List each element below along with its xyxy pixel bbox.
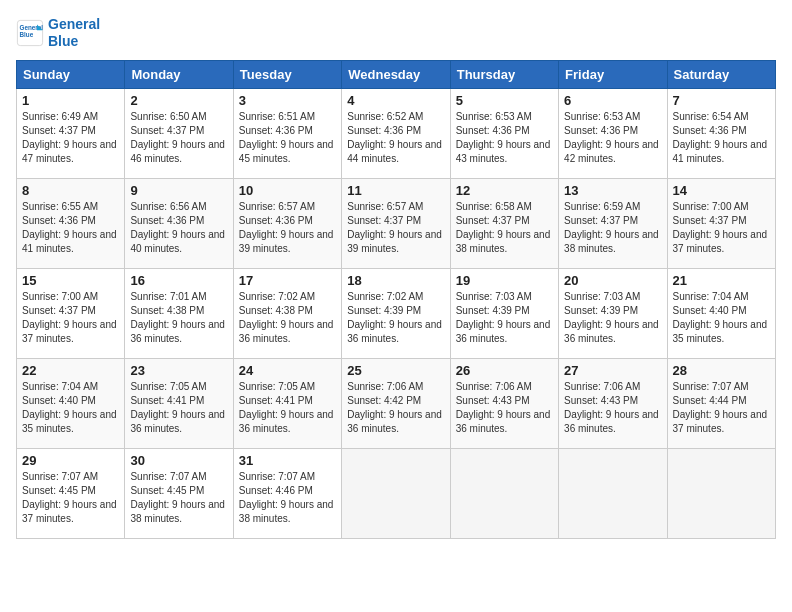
- day-info: Sunrise: 6:51 AM Sunset: 4:36 PM Dayligh…: [239, 110, 336, 166]
- day-number: 29: [22, 453, 119, 468]
- day-info: Sunrise: 7:02 AM Sunset: 4:39 PM Dayligh…: [347, 290, 444, 346]
- calendar-cell: 17 Sunrise: 7:02 AM Sunset: 4:38 PM Dayl…: [233, 268, 341, 358]
- day-number: 12: [456, 183, 553, 198]
- day-info: Sunrise: 6:58 AM Sunset: 4:37 PM Dayligh…: [456, 200, 553, 256]
- day-number: 14: [673, 183, 770, 198]
- day-number: 3: [239, 93, 336, 108]
- day-number: 31: [239, 453, 336, 468]
- calendar-cell: 19 Sunrise: 7:03 AM Sunset: 4:39 PM Dayl…: [450, 268, 558, 358]
- day-info: Sunrise: 6:56 AM Sunset: 4:36 PM Dayligh…: [130, 200, 227, 256]
- day-number: 20: [564, 273, 661, 288]
- day-number: 17: [239, 273, 336, 288]
- calendar-cell: 8 Sunrise: 6:55 AM Sunset: 4:36 PM Dayli…: [17, 178, 125, 268]
- day-number: 26: [456, 363, 553, 378]
- day-number: 30: [130, 453, 227, 468]
- day-info: Sunrise: 7:04 AM Sunset: 4:40 PM Dayligh…: [673, 290, 770, 346]
- calendar-cell: 18 Sunrise: 7:02 AM Sunset: 4:39 PM Dayl…: [342, 268, 450, 358]
- day-info: Sunrise: 7:04 AM Sunset: 4:40 PM Dayligh…: [22, 380, 119, 436]
- calendar-cell: 6 Sunrise: 6:53 AM Sunset: 4:36 PM Dayli…: [559, 88, 667, 178]
- day-number: 25: [347, 363, 444, 378]
- calendar-cell: 31 Sunrise: 7:07 AM Sunset: 4:46 PM Dayl…: [233, 448, 341, 538]
- day-number: 7: [673, 93, 770, 108]
- day-info: Sunrise: 7:07 AM Sunset: 4:44 PM Dayligh…: [673, 380, 770, 436]
- day-info: Sunrise: 7:00 AM Sunset: 4:37 PM Dayligh…: [673, 200, 770, 256]
- calendar-cell: 22 Sunrise: 7:04 AM Sunset: 4:40 PM Dayl…: [17, 358, 125, 448]
- day-number: 22: [22, 363, 119, 378]
- day-info: Sunrise: 7:05 AM Sunset: 4:41 PM Dayligh…: [239, 380, 336, 436]
- calendar-row: 29 Sunrise: 7:07 AM Sunset: 4:45 PM Dayl…: [17, 448, 776, 538]
- day-number: 18: [347, 273, 444, 288]
- calendar-cell: 13 Sunrise: 6:59 AM Sunset: 4:37 PM Dayl…: [559, 178, 667, 268]
- calendar-row: 1 Sunrise: 6:49 AM Sunset: 4:37 PM Dayli…: [17, 88, 776, 178]
- logo-text: General Blue: [48, 16, 100, 50]
- calendar-header-cell: Sunday: [17, 60, 125, 88]
- day-info: Sunrise: 7:06 AM Sunset: 4:42 PM Dayligh…: [347, 380, 444, 436]
- day-info: Sunrise: 7:00 AM Sunset: 4:37 PM Dayligh…: [22, 290, 119, 346]
- calendar-row: 15 Sunrise: 7:00 AM Sunset: 4:37 PM Dayl…: [17, 268, 776, 358]
- calendar-cell: 11 Sunrise: 6:57 AM Sunset: 4:37 PM Dayl…: [342, 178, 450, 268]
- day-info: Sunrise: 7:07 AM Sunset: 4:46 PM Dayligh…: [239, 470, 336, 526]
- calendar-row: 22 Sunrise: 7:04 AM Sunset: 4:40 PM Dayl…: [17, 358, 776, 448]
- calendar-cell: 5 Sunrise: 6:53 AM Sunset: 4:36 PM Dayli…: [450, 88, 558, 178]
- day-info: Sunrise: 7:03 AM Sunset: 4:39 PM Dayligh…: [564, 290, 661, 346]
- calendar-cell: 7 Sunrise: 6:54 AM Sunset: 4:36 PM Dayli…: [667, 88, 775, 178]
- calendar-cell: 26 Sunrise: 7:06 AM Sunset: 4:43 PM Dayl…: [450, 358, 558, 448]
- day-number: 8: [22, 183, 119, 198]
- calendar-header-cell: Wednesday: [342, 60, 450, 88]
- calendar-cell: 14 Sunrise: 7:00 AM Sunset: 4:37 PM Dayl…: [667, 178, 775, 268]
- day-number: 28: [673, 363, 770, 378]
- day-number: 4: [347, 93, 444, 108]
- day-number: 1: [22, 93, 119, 108]
- calendar-cell: 30 Sunrise: 7:07 AM Sunset: 4:45 PM Dayl…: [125, 448, 233, 538]
- day-info: Sunrise: 6:53 AM Sunset: 4:36 PM Dayligh…: [564, 110, 661, 166]
- day-info: Sunrise: 6:50 AM Sunset: 4:37 PM Dayligh…: [130, 110, 227, 166]
- day-info: Sunrise: 7:06 AM Sunset: 4:43 PM Dayligh…: [456, 380, 553, 436]
- calendar-cell: 10 Sunrise: 6:57 AM Sunset: 4:36 PM Dayl…: [233, 178, 341, 268]
- day-number: 9: [130, 183, 227, 198]
- day-info: Sunrise: 7:01 AM Sunset: 4:38 PM Dayligh…: [130, 290, 227, 346]
- calendar-cell: 15 Sunrise: 7:00 AM Sunset: 4:37 PM Dayl…: [17, 268, 125, 358]
- calendar-cell: 25 Sunrise: 7:06 AM Sunset: 4:42 PM Dayl…: [342, 358, 450, 448]
- calendar-row: 8 Sunrise: 6:55 AM Sunset: 4:36 PM Dayli…: [17, 178, 776, 268]
- calendar-cell: [559, 448, 667, 538]
- calendar-cell: [342, 448, 450, 538]
- day-info: Sunrise: 7:02 AM Sunset: 4:38 PM Dayligh…: [239, 290, 336, 346]
- day-number: 11: [347, 183, 444, 198]
- calendar-cell: 1 Sunrise: 6:49 AM Sunset: 4:37 PM Dayli…: [17, 88, 125, 178]
- day-number: 6: [564, 93, 661, 108]
- calendar-cell: 27 Sunrise: 7:06 AM Sunset: 4:43 PM Dayl…: [559, 358, 667, 448]
- svg-text:Blue: Blue: [20, 31, 34, 38]
- day-info: Sunrise: 6:53 AM Sunset: 4:36 PM Dayligh…: [456, 110, 553, 166]
- day-info: Sunrise: 6:52 AM Sunset: 4:36 PM Dayligh…: [347, 110, 444, 166]
- calendar-cell: 4 Sunrise: 6:52 AM Sunset: 4:36 PM Dayli…: [342, 88, 450, 178]
- calendar-cell: 29 Sunrise: 7:07 AM Sunset: 4:45 PM Dayl…: [17, 448, 125, 538]
- calendar-cell: 12 Sunrise: 6:58 AM Sunset: 4:37 PM Dayl…: [450, 178, 558, 268]
- calendar-cell: 21 Sunrise: 7:04 AM Sunset: 4:40 PM Dayl…: [667, 268, 775, 358]
- calendar-cell: 3 Sunrise: 6:51 AM Sunset: 4:36 PM Dayli…: [233, 88, 341, 178]
- calendar-header-row: SundayMondayTuesdayWednesdayThursdayFrid…: [17, 60, 776, 88]
- day-info: Sunrise: 6:57 AM Sunset: 4:36 PM Dayligh…: [239, 200, 336, 256]
- calendar-cell: 16 Sunrise: 7:01 AM Sunset: 4:38 PM Dayl…: [125, 268, 233, 358]
- calendar-cell: 28 Sunrise: 7:07 AM Sunset: 4:44 PM Dayl…: [667, 358, 775, 448]
- day-info: Sunrise: 6:55 AM Sunset: 4:36 PM Dayligh…: [22, 200, 119, 256]
- day-info: Sunrise: 7:07 AM Sunset: 4:45 PM Dayligh…: [130, 470, 227, 526]
- day-number: 5: [456, 93, 553, 108]
- calendar-cell: 24 Sunrise: 7:05 AM Sunset: 4:41 PM Dayl…: [233, 358, 341, 448]
- calendar-header-cell: Friday: [559, 60, 667, 88]
- calendar-cell: [667, 448, 775, 538]
- calendar-header-cell: Monday: [125, 60, 233, 88]
- day-number: 27: [564, 363, 661, 378]
- calendar-body: 1 Sunrise: 6:49 AM Sunset: 4:37 PM Dayli…: [17, 88, 776, 538]
- day-number: 16: [130, 273, 227, 288]
- day-info: Sunrise: 7:03 AM Sunset: 4:39 PM Dayligh…: [456, 290, 553, 346]
- calendar-cell: 2 Sunrise: 6:50 AM Sunset: 4:37 PM Dayli…: [125, 88, 233, 178]
- calendar-cell: 20 Sunrise: 7:03 AM Sunset: 4:39 PM Dayl…: [559, 268, 667, 358]
- day-info: Sunrise: 7:07 AM Sunset: 4:45 PM Dayligh…: [22, 470, 119, 526]
- calendar-header-cell: Thursday: [450, 60, 558, 88]
- day-info: Sunrise: 6:54 AM Sunset: 4:36 PM Dayligh…: [673, 110, 770, 166]
- day-info: Sunrise: 6:57 AM Sunset: 4:37 PM Dayligh…: [347, 200, 444, 256]
- header: General Blue General Blue: [16, 16, 776, 50]
- calendar-table: SundayMondayTuesdayWednesdayThursdayFrid…: [16, 60, 776, 539]
- day-number: 21: [673, 273, 770, 288]
- day-number: 24: [239, 363, 336, 378]
